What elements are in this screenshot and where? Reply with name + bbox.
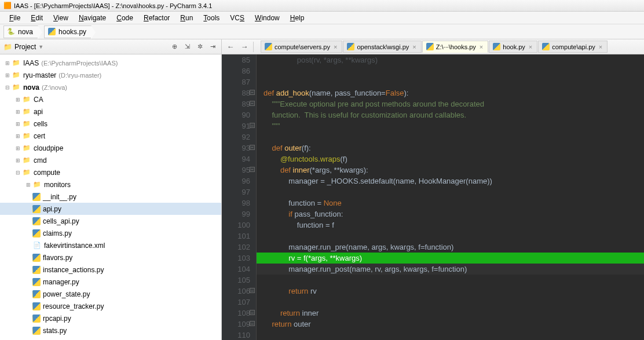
code-line[interactable]	[257, 76, 644, 87]
code-line[interactable]: manager.run_pre(name, args, kwargs, f=fu…	[257, 242, 644, 253]
menu-run[interactable]: Run	[175, 13, 197, 23]
fold-icon[interactable]: −	[250, 145, 255, 150]
code-line[interactable]	[257, 275, 644, 286]
close-tab-icon[interactable]: ×	[598, 43, 603, 50]
editor-tab[interactable]: Z:\···\hooks.py×	[422, 41, 489, 53]
tree-node[interactable]: ·__init__.py	[0, 191, 221, 203]
code-line[interactable]: def inner(*args, **kwargs):	[257, 164, 644, 176]
fold-icon[interactable]: –	[250, 288, 255, 293]
tree-node[interactable]: ·api.py	[0, 203, 221, 215]
editor-tab[interactable]: hook.py×	[489, 41, 537, 53]
tree-node[interactable]: ⊞📁monitors	[0, 178, 221, 191]
back-icon[interactable]: ←	[224, 41, 237, 53]
menu-file[interactable]: File	[5, 13, 25, 23]
tree-twisty[interactable]: ⊞	[14, 133, 22, 139]
code-line[interactable]: manager.run_post(name, rv, args, kwargs,…	[257, 264, 644, 275]
menu-vcs[interactable]: VCS	[225, 13, 249, 23]
close-tab-icon[interactable]: ×	[528, 43, 533, 50]
menu-tools[interactable]: Tools	[199, 13, 224, 23]
code-line[interactable]: function = None	[257, 198, 644, 209]
tree-twisty[interactable]: ⊞	[3, 60, 12, 66]
tree-twisty[interactable]: ⊞	[14, 158, 22, 163]
tree-node[interactable]: ·resource_tracker.py	[0, 300, 221, 312]
dropdown-icon[interactable]: ▼	[38, 44, 43, 50]
menu-help[interactable]: Help	[286, 13, 309, 23]
tree-node[interactable]: ⊞📁api	[0, 105, 221, 118]
code-line[interactable]	[257, 297, 644, 308]
tree-twisty[interactable]: ⊞	[14, 97, 22, 103]
project-tree[interactable]: ⊞📁IAAS(E:\PycharmProjects\IAAS)⊞📁ryu-mas…	[0, 54, 221, 340]
tree-twisty[interactable]: ⊟	[14, 170, 22, 176]
scroll-from-source-icon[interactable]: ⊕	[169, 42, 180, 52]
code-line[interactable]	[257, 65, 644, 76]
editor-tab[interactable]: compute\servers.py×	[261, 41, 342, 53]
code-line[interactable]: return outer	[257, 319, 644, 330]
code-line[interactable]: manager = _HOOKS.setdefault(name, HookMa…	[257, 176, 644, 187]
menu-refactor[interactable]: Refactor	[139, 13, 174, 23]
menu-view[interactable]: View	[49, 13, 73, 23]
code-line[interactable]: function = f	[257, 220, 644, 231]
fold-icon[interactable]: −	[250, 167, 255, 172]
editor-tab[interactable]: compute\api.py×	[538, 41, 608, 53]
tree-node[interactable]: ·flavors.py	[0, 251, 221, 264]
code-line[interactable]	[257, 330, 644, 340]
code-line[interactable]	[257, 131, 644, 142]
menu-code[interactable]: Code	[112, 13, 138, 23]
tree-node[interactable]: ·rpcapi.py	[0, 312, 221, 324]
tree-node[interactable]: ·stats.py	[0, 324, 221, 337]
tree-node[interactable]: ·manager.py	[0, 276, 221, 288]
tree-twisty[interactable]: ⊞	[14, 109, 22, 115]
tree-node[interactable]: ⊞📁IAAS(E:\PycharmProjects\IAAS)	[0, 57, 221, 69]
tree-node[interactable]: ⊞📁CA	[0, 93, 221, 105]
tree-node[interactable]: ·cells_api.py	[0, 215, 221, 227]
menu-navigate[interactable]: Navigate	[74, 13, 111, 23]
settings-icon[interactable]: ✲	[195, 42, 205, 52]
fold-icon[interactable]: –	[250, 123, 255, 128]
code-editor[interactable]: 85868788−89−9091–9293−9495−9697989910010…	[222, 54, 644, 340]
code-line[interactable]: return inner	[257, 308, 644, 319]
tree-node[interactable]: ·fakevirtinstance.xml	[0, 239, 221, 251]
code-source[interactable]: post(rv, *args, **kwargs)def add_hook(na…	[257, 54, 644, 340]
tree-node[interactable]: ⊞📁ryu-master(D:\ryu-master)	[0, 69, 221, 81]
code-line[interactable]: post(rv, *args, **kwargs)	[257, 54, 644, 65]
forward-icon[interactable]: →	[238, 41, 251, 53]
code-line[interactable]: if pass_function:	[257, 209, 644, 220]
fold-icon[interactable]: −	[250, 90, 255, 95]
code-line[interactable]: """	[257, 120, 644, 131]
close-tab-icon[interactable]: ×	[411, 43, 417, 50]
menu-edit[interactable]: Edit	[26, 13, 47, 23]
fold-icon[interactable]: –	[250, 321, 255, 326]
code-line[interactable]: @functools.wraps(f)	[257, 153, 644, 164]
code-line[interactable]: function. This is useful for customizati…	[257, 109, 644, 120]
code-line[interactable]	[257, 231, 644, 242]
close-tab-icon[interactable]: ×	[332, 43, 338, 50]
editor-tab[interactable]: openstack\wsgi.py×	[343, 41, 421, 53]
hide-icon[interactable]: ⇥	[207, 42, 218, 52]
menu-window[interactable]: Window	[250, 13, 284, 23]
tree-node[interactable]: ·claims.py	[0, 227, 221, 239]
tree-node[interactable]: ⊞📁cmd	[0, 154, 221, 166]
tree-node[interactable]: ⊟📁compute	[0, 166, 221, 178]
tree-node[interactable]: ·power_state.py	[0, 288, 221, 300]
code-line[interactable]: return rv	[257, 286, 644, 297]
code-line[interactable]: def outer(f):	[257, 142, 644, 153]
fold-icon[interactable]: –	[250, 310, 255, 315]
breadcrumb-item[interactable]: hooks.py	[44, 25, 92, 38]
tree-node[interactable]: ·instance_actions.py	[0, 264, 221, 276]
close-tab-icon[interactable]: ×	[478, 43, 484, 50]
code-line[interactable]: """Execute optional pre and post methods…	[257, 98, 644, 109]
breadcrumb-item[interactable]: 🐍nova	[3, 25, 38, 38]
tree-twisty[interactable]: ⊞	[24, 182, 32, 188]
tree-node[interactable]: ⊞📁cert	[0, 130, 221, 142]
tree-twisty[interactable]: ⊞	[14, 121, 22, 127]
tree-twisty[interactable]: ⊟	[3, 85, 12, 90]
fold-icon[interactable]: −	[250, 101, 255, 106]
code-line[interactable]	[257, 187, 644, 198]
tree-node[interactable]: ⊞📁cells	[0, 118, 221, 130]
tree-twisty[interactable]: ⊞	[14, 145, 22, 151]
code-line[interactable]: rv = f(*args, **kwargs)	[257, 253, 644, 264]
tree-node[interactable]: ⊞📁cloudpipe	[0, 142, 221, 154]
collapse-all-icon[interactable]: ⇲	[182, 42, 192, 52]
tree-node[interactable]: ⊟📁nova(Z:\nova)	[0, 81, 221, 93]
tree-twisty[interactable]: ⊞	[3, 72, 12, 78]
